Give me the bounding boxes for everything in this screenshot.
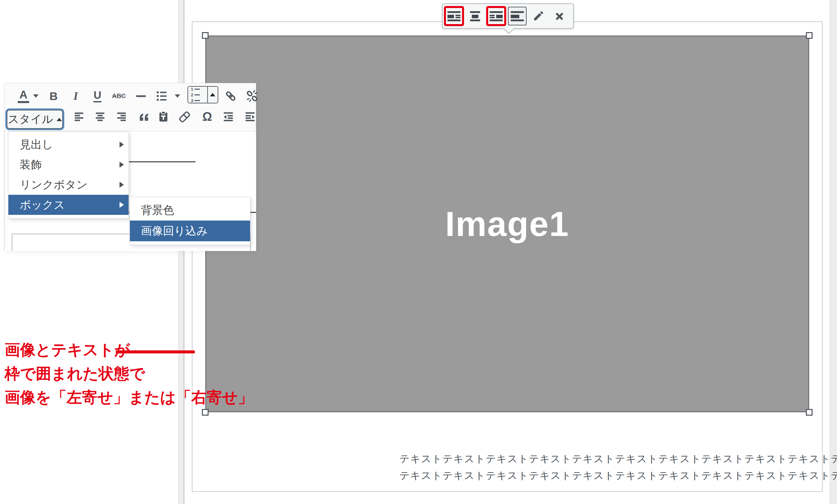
align-left-icon bbox=[73, 111, 85, 123]
body-text-line-2: テキストテキストテキストテキストテキストテキストテキストテキストテキストテキスト… bbox=[399, 467, 837, 484]
text-color-button[interactable]: A bbox=[12, 87, 44, 105]
annotation-line-2: 枠で囲まれた状態で bbox=[5, 362, 253, 385]
numbered-list-toggle[interactable] bbox=[207, 87, 218, 103]
pencil-icon bbox=[532, 10, 545, 22]
align-left-button[interactable] bbox=[71, 107, 87, 126]
image-align-center-icon bbox=[468, 11, 482, 22]
style-menu: 見出し 装飾 リンクボタン ボックス bbox=[8, 131, 129, 218]
editor-content-area[interactable]: Image1 テキストテキストテキストテキストテキストテキストテキストテキストテ… bbox=[192, 21, 823, 492]
italic-button[interactable]: I bbox=[68, 87, 83, 105]
underline-button[interactable]: U bbox=[90, 87, 105, 105]
right-page-edge bbox=[829, 0, 837, 504]
page: Image1 テキストテキストテキストテキストテキストテキストテキストテキストテ… bbox=[0, 0, 837, 504]
annotation-line-1: 画像とテキストが bbox=[5, 338, 253, 362]
numbered-list-split-button[interactable]: 1 2 3 bbox=[188, 86, 218, 103]
outdent-icon bbox=[222, 111, 235, 123]
align-center-icon bbox=[94, 111, 106, 123]
strikethrough-button[interactable]: ABC bbox=[109, 87, 128, 105]
submenu-arrow-icon bbox=[120, 162, 124, 168]
paste-as-text-button[interactable] bbox=[156, 107, 171, 126]
numbered-list-icon: 1 2 3 bbox=[188, 87, 207, 103]
left-column-divider bbox=[178, 0, 183, 504]
bold-button[interactable]: B bbox=[46, 87, 61, 105]
submenu-item-background-color[interactable]: 背景色 bbox=[130, 200, 250, 220]
menu-item-decoration[interactable]: 装飾 bbox=[8, 155, 128, 175]
indent-icon bbox=[244, 111, 256, 123]
annotation-text: 画像とテキストが 枠で囲まれた状態で 画像を「左寄せ」または「右寄せ」 bbox=[5, 338, 253, 409]
image-align-left-button[interactable] bbox=[445, 7, 463, 25]
horizontal-rule-icon bbox=[135, 90, 147, 103]
bullet-list-icon bbox=[155, 90, 168, 103]
resize-handle-bottom-right[interactable] bbox=[806, 409, 813, 416]
special-char-button[interactable]: Ω bbox=[199, 107, 215, 126]
paste-as-text-icon bbox=[157, 110, 170, 124]
resize-handle-top-left[interactable] bbox=[202, 32, 209, 39]
horizontal-rule-button[interactable] bbox=[133, 87, 149, 105]
image-align-none-button[interactable] bbox=[508, 7, 527, 25]
unlink-icon bbox=[245, 89, 259, 103]
image-align-right-icon bbox=[489, 11, 503, 22]
body-text[interactable]: テキストテキストテキストテキストテキストテキストテキストテキストテキストテキスト… bbox=[399, 450, 837, 484]
chevron-down-icon bbox=[33, 94, 38, 98]
blockquote-icon bbox=[137, 110, 151, 124]
outdent-button[interactable] bbox=[221, 107, 236, 126]
image-align-right-button[interactable] bbox=[487, 7, 505, 25]
image-align-center-button[interactable] bbox=[466, 7, 484, 25]
chevron-up-icon bbox=[210, 93, 215, 96]
blockquote-button[interactable] bbox=[136, 107, 152, 126]
resize-handle-bottom-left[interactable] bbox=[202, 409, 209, 416]
menu-item-link-button[interactable]: リンクボタン bbox=[8, 175, 128, 195]
submenu-item-image-wrap[interactable]: 画像回り込み bbox=[130, 220, 250, 241]
toolbar-row-1: A B I U ABC bbox=[4, 87, 256, 105]
chevron-down-icon bbox=[175, 94, 180, 98]
image-edit-button[interactable] bbox=[529, 7, 548, 25]
bullet-list-button[interactable] bbox=[154, 87, 170, 105]
image-toolbar bbox=[442, 3, 574, 29]
style-dropdown-button[interactable]: スタイル bbox=[7, 110, 63, 129]
image-align-none-icon bbox=[510, 11, 524, 22]
left-column-divider-line bbox=[183, 0, 184, 504]
indent-button[interactable] bbox=[243, 107, 258, 126]
remove-format-button[interactable] bbox=[176, 107, 193, 126]
close-icon bbox=[555, 12, 564, 21]
annotation-line-3: 画像を「左寄せ」または「右寄せ」 bbox=[5, 385, 253, 409]
image-remove-button[interactable] bbox=[550, 7, 569, 25]
resize-handle-top-right[interactable] bbox=[806, 32, 813, 39]
selected-image[interactable]: Image1 bbox=[205, 35, 809, 412]
align-right-icon bbox=[115, 111, 128, 123]
align-right-button[interactable] bbox=[114, 107, 129, 126]
unlink-button[interactable] bbox=[244, 87, 260, 105]
link-button[interactable] bbox=[222, 87, 239, 105]
menu-item-heading[interactable]: 見出し bbox=[8, 134, 128, 155]
image-placeholder-label: Image1 bbox=[445, 204, 569, 244]
text-color-icon: A bbox=[18, 89, 29, 103]
submenu-arrow-icon bbox=[120, 202, 124, 208]
link-icon bbox=[224, 89, 237, 103]
menu-item-box[interactable]: ボックス bbox=[8, 195, 128, 215]
align-center-button[interactable] bbox=[92, 107, 108, 126]
box-submenu: 背景色 画像回り込み bbox=[129, 197, 250, 245]
bullet-list-dropdown[interactable] bbox=[173, 87, 182, 105]
image-align-left-icon bbox=[447, 11, 461, 22]
submenu-arrow-icon bbox=[120, 142, 124, 148]
eraser-icon bbox=[178, 110, 191, 124]
annotation-pointer-line bbox=[116, 350, 195, 354]
submenu-arrow-icon bbox=[120, 182, 124, 188]
body-text-line-1: テキストテキストテキストテキストテキストテキストテキストテキストテキストテキスト… bbox=[399, 450, 837, 467]
chevron-up-icon bbox=[57, 118, 62, 121]
